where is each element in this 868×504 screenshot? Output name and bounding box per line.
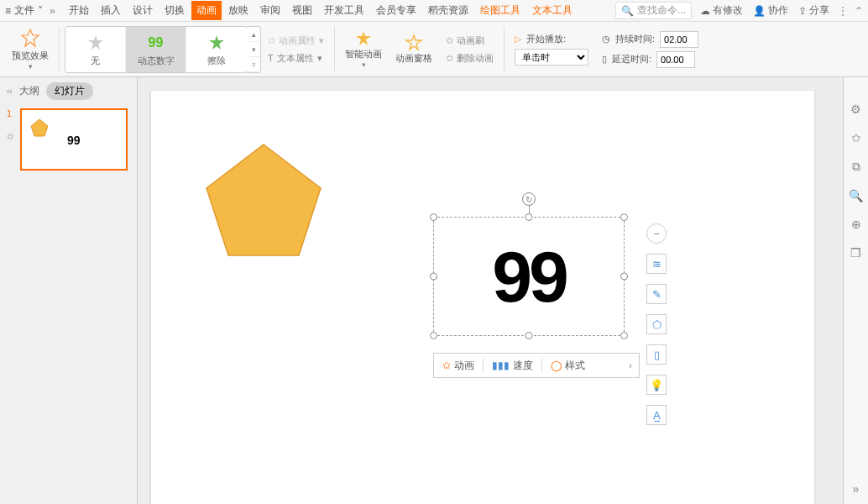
ribbon: 预览效果 ▾ 无 99 动态数字 擦除 ▴ ▾ ▿ ✩ 动画属性 ▾ [0, 22, 868, 77]
rail-search-icon[interactable]: 🔍 [849, 189, 863, 202]
tab-view[interactable]: 视图 [287, 1, 317, 20]
handle-sw[interactable] [430, 332, 437, 339]
floating-toolbar: ✩ 动画 ▮▮▮ 速度 ◯ 样式 › [433, 353, 640, 378]
search-placeholder: 查找命令... [637, 3, 686, 18]
handle-se[interactable] [620, 332, 628, 339]
tab-devtools[interactable]: 开发工具 [319, 1, 369, 20]
delay-label: 延迟时间: [612, 53, 651, 66]
star-icon: ✩ [268, 35, 275, 46]
slide-canvas[interactable]: ↻ 99 ✩ 动画 ▮▮▮ 速度 [151, 91, 814, 504]
ribbon-tabs: 开始 插入 设计 切换 动画 放映 审阅 视图 开发工具 会员专享 稻壳资源 绘… [64, 1, 578, 20]
sidebar-tabs: ‹‹ 大纲 幻灯片 [7, 82, 130, 100]
collapse-tool-icon[interactable]: − [646, 223, 667, 244]
float-animation-button[interactable]: ✩ 动画 [434, 354, 483, 377]
collab-button[interactable]: 👤 协作 [753, 3, 788, 18]
search-icon: 🔍 [621, 5, 634, 17]
file-menu[interactable]: ≡ 文件 ˅ [5, 3, 43, 18]
tab-slideshow[interactable]: 放映 [223, 1, 254, 20]
thumb-text: 99 [67, 134, 81, 147]
pen-tool-icon[interactable]: ✎ [646, 284, 667, 304]
text-box-selected[interactable]: ↻ 99 [433, 217, 625, 336]
effect-dynamic-number[interactable]: 99 动态数字 [126, 27, 186, 72]
fill-tool-icon[interactable]: ⬠ [646, 314, 667, 334]
preview-effect-button[interactable]: 预览效果 ▾ [5, 22, 55, 76]
delay-icon: ▯ [602, 54, 607, 65]
tab-design[interactable]: 设计 [128, 1, 158, 20]
modified-indicator[interactable]: ☁ 有修改 [700, 3, 743, 18]
tab-vip[interactable]: 会员专享 [371, 1, 421, 20]
share-button[interactable]: ⇪ 分享 [798, 3, 829, 18]
pentagon-shape[interactable] [203, 141, 324, 259]
delay-input[interactable] [656, 51, 695, 68]
tab-review[interactable]: 审阅 [255, 1, 285, 20]
float-expand-icon[interactable]: › [622, 360, 639, 371]
star-icon [207, 33, 226, 53]
tab-insert[interactable]: 插入 [96, 1, 126, 20]
animation-brush-button[interactable]: ✩ 动画刷 [446, 34, 494, 47]
collapse-ribbon-icon[interactable]: ⌃ [855, 5, 863, 17]
handle-w[interactable] [430, 273, 437, 281]
slide-number: 1 [7, 108, 17, 118]
rail-star-icon[interactable]: ✩ [851, 131, 861, 144]
delete-icon: ✩ [446, 53, 453, 64]
rail-help-icon[interactable]: ⊕ [851, 218, 861, 231]
menubar-right: ☁ 有修改 👤 协作 ⇪ 分享 [700, 3, 829, 18]
file-label: 文件 [14, 3, 34, 18]
chevron-down-icon: ▾ [29, 62, 33, 71]
text-content: 99 [492, 235, 566, 318]
handle-n[interactable] [526, 213, 533, 221]
play-icon: ▷ [515, 34, 521, 45]
duration-delay-group: ◷ 持续时间: ▯ 延迟时间: [595, 22, 705, 76]
anim-properties-button: ✩ 动画属性 ▾ [268, 34, 324, 47]
svg-marker-4 [406, 35, 421, 50]
gallery-prev-icon[interactable]: ▴ [247, 27, 260, 42]
start-trigger-select[interactable]: 单击时 [515, 49, 588, 66]
gallery-next-icon[interactable]: ▾ [247, 42, 260, 57]
smart-animation-button[interactable]: 智能动画 ▾ [338, 22, 389, 76]
chevron-down-icon: ▾ [362, 60, 366, 69]
delete-animation-button[interactable]: ✩ 删除动画 [446, 52, 494, 65]
collapse-panel-icon[interactable]: ‹‹ [7, 87, 13, 96]
tab-text-tools[interactable]: 文本工具 [527, 1, 578, 20]
effect-none[interactable]: 无 [65, 27, 126, 72]
rail-gear-icon[interactable]: ⚙ [850, 102, 861, 116]
rail-collapse-icon[interactable]: » [853, 482, 860, 496]
gallery-expand-icon[interactable]: ▿ [247, 57, 260, 72]
text-tool-icon[interactable]: A̲ [646, 405, 667, 425]
rotate-handle[interactable]: ↻ [522, 192, 536, 206]
text-properties-button[interactable]: T 文本属性 ▾ [268, 52, 324, 65]
float-style-button[interactable]: ◯ 样式 [542, 354, 593, 377]
tab-transition[interactable]: 切换 [159, 1, 190, 20]
more-menu-icon[interactable]: ⋮ [838, 5, 848, 17]
slides-tab[interactable]: 幻灯片 [46, 82, 93, 100]
cloud-icon: ☁ [700, 5, 710, 17]
timing-group: ▷ 开始播放: 单击时 [508, 22, 595, 76]
handle-s[interactable] [526, 332, 533, 339]
crop-tool-icon[interactable]: ▯ [646, 344, 667, 365]
tab-start[interactable]: 开始 [64, 1, 94, 20]
handle-nw[interactable] [430, 213, 437, 221]
command-search[interactable]: 🔍 查找命令... [615, 2, 692, 19]
rail-layers-icon[interactable]: ⧉ [852, 160, 860, 174]
rail-cube-icon[interactable]: ❒ [850, 246, 861, 260]
animation-pane-button[interactable]: 动画窗格 [389, 22, 439, 76]
float-speed-button[interactable]: ▮▮▮ 速度 [484, 354, 541, 377]
slide-thumbnail[interactable]: 99 [20, 108, 128, 171]
effect-erase[interactable]: 擦除 [186, 27, 247, 72]
share-icon: ⇪ [798, 5, 807, 17]
star-icon [86, 33, 105, 53]
tab-draw-tools[interactable]: 绘图工具 [475, 1, 526, 20]
animation-indicator-icon[interactable]: ✩ [7, 132, 17, 141]
idea-tool-icon[interactable]: 💡 [646, 375, 667, 395]
number-icon: 99 [149, 35, 164, 50]
expand-ribbon-icon[interactable]: » [50, 5, 55, 17]
handle-ne[interactable] [620, 213, 628, 221]
svg-marker-0 [22, 29, 39, 46]
duration-label: 持续时间: [615, 33, 655, 45]
outline-tab[interactable]: 大纲 [19, 84, 39, 98]
tab-animation[interactable]: 动画 [191, 1, 222, 20]
handle-e[interactable] [620, 273, 628, 281]
layers-tool-icon[interactable]: ≋ [646, 254, 667, 274]
tab-docer[interactable]: 稻壳资源 [423, 1, 473, 20]
duration-input[interactable] [660, 31, 698, 48]
